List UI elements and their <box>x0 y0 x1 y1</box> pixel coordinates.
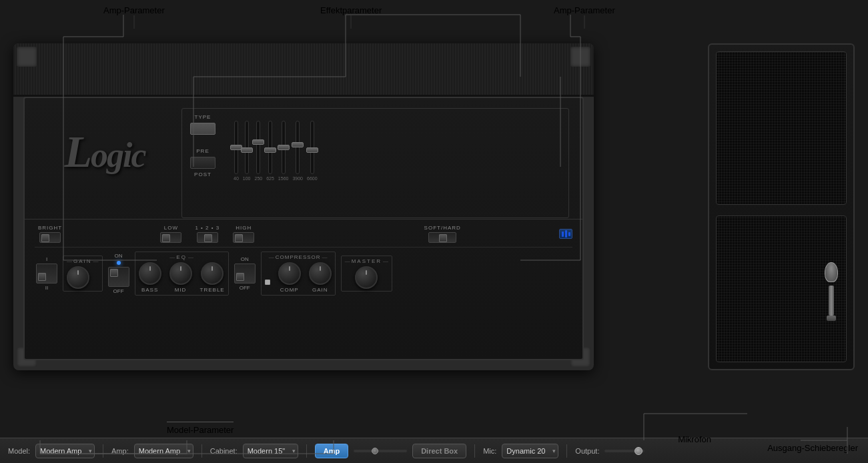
eq-switch-thumb <box>110 269 118 277</box>
led-indicator <box>559 229 572 239</box>
high-control: HIGH <box>233 225 254 243</box>
channel-123-switch[interactable] <box>197 232 218 243</box>
eq-slider-40hz: 40 <box>234 121 239 181</box>
mid-label: MID <box>175 287 187 293</box>
master-label: MASTER <box>352 258 382 264</box>
output-label: Output: <box>575 447 599 455</box>
eq-sliders-container: 40 100 <box>230 114 560 181</box>
low-label: LOW <box>164 225 178 231</box>
annotation-ausgang: Ausgang-Schieberegler <box>767 443 858 453</box>
amp-face-panel: LLogicogic TYPE PRE POST <box>23 97 584 360</box>
separator-2 <box>201 444 202 458</box>
eq-slider-250hz: 250 <box>254 121 262 181</box>
comp-label: COMP <box>280 287 299 293</box>
eq-on-label: ON <box>115 253 123 259</box>
mic-connector <box>827 316 836 321</box>
soft-hard-control: SOFT/HARD <box>424 225 461 243</box>
channel-ii-label: II <box>45 285 48 291</box>
output-slider-thumb <box>634 447 642 455</box>
mid-knob[interactable] <box>169 262 192 285</box>
eq-slider-thumb-250[interactable] <box>252 139 264 145</box>
bright-switch[interactable] <box>39 232 61 243</box>
eq-slider-thumb-100[interactable] <box>241 147 253 153</box>
post-label: POST <box>190 171 215 177</box>
bass-knob[interactable] <box>139 262 161 285</box>
mic-head <box>825 262 838 282</box>
eq-label: EQ <box>176 254 187 260</box>
comp-led <box>265 280 270 285</box>
eq-slider-track-625[interactable] <box>268 121 272 174</box>
cabinet-speaker-top <box>716 51 847 205</box>
comp-on-label: ON <box>241 256 249 262</box>
eq-slider-thumb-1560[interactable] <box>278 145 290 150</box>
eq-freq-label-3900: 3900 <box>292 176 303 181</box>
eq-slider-thumb-625[interactable] <box>264 147 276 153</box>
eq-slider-track-40[interactable] <box>234 121 238 174</box>
led-bar-1 <box>562 232 564 237</box>
type-label: TYPE <box>190 114 215 120</box>
cabinet-select[interactable]: Modern 15" <box>243 444 298 458</box>
pre-toggle-btn[interactable] <box>190 157 215 169</box>
channel-i-label: I <box>46 256 47 262</box>
eq-slider-thumb-3900[interactable] <box>292 142 304 147</box>
low-switch[interactable] <box>160 232 181 243</box>
top-annotations: Amp-Parameter Effektparameter Amp-Parame… <box>0 0 868 53</box>
model-select[interactable]: Modern Amp <box>35 444 95 458</box>
speaker-grille-top <box>717 52 846 204</box>
treble-label: TREBLE <box>200 287 225 293</box>
eq-slider-track-6600[interactable] <box>310 121 314 174</box>
comp-gain-knob[interactable] <box>309 262 332 285</box>
eq-slider-track-3900[interactable] <box>296 121 300 174</box>
mic-label: Mic: <box>483 447 496 455</box>
annotation-mikrofon: Mikrofon <box>678 434 711 444</box>
eq-slider-thumb-6600[interactable] <box>306 147 318 153</box>
cabinet-select-wrapper[interactable]: Modern 15" <box>243 444 298 458</box>
bass-label: BASS <box>141 287 158 293</box>
eq-slider-625hz: 625 <box>266 121 274 181</box>
soft-hard-switch[interactable] <box>428 232 456 243</box>
type-toggle-btn[interactable] <box>190 123 215 135</box>
eq-slider-track-250[interactable] <box>256 121 260 174</box>
gain-knob[interactable] <box>67 266 89 289</box>
master-knob-group <box>345 266 388 289</box>
comp-off-label: OFF <box>240 285 250 291</box>
master-knob[interactable] <box>355 266 378 289</box>
mic-select-wrapper[interactable]: Dynamic 20 <box>502 444 558 458</box>
comp-switch[interactable] <box>234 264 256 284</box>
high-switch[interactable] <box>233 232 254 243</box>
channel-123-control: 1 • 2 • 3 <box>195 225 220 243</box>
led-bar-2 <box>565 230 567 238</box>
mic-select[interactable]: Dynamic 20 <box>502 444 558 458</box>
treble-knob[interactable] <box>201 262 224 285</box>
channel-switch[interactable] <box>36 264 57 284</box>
cabinet-label: Cabinet: <box>210 447 238 455</box>
direct-box-button[interactable]: Direct Box <box>412 444 466 458</box>
amp-select-wrapper[interactable]: Modern Amp <box>134 444 193 458</box>
eq-freq-label-250: 250 <box>254 176 262 181</box>
amp-main: LLogicogic TYPE PRE POST <box>13 43 594 370</box>
treble-knob-group: TREBLE <box>200 262 225 293</box>
eq-slider-100hz: 100 <box>243 121 251 181</box>
bottom-controls-area: BRIGHT LOW 1 • 2 • 3 <box>25 219 582 359</box>
comp-knob[interactable] <box>278 262 301 285</box>
amp-label: Amp: <box>111 447 129 455</box>
gain-label: GAIN <box>73 258 92 264</box>
eq-slider-track-100[interactable] <box>245 121 249 174</box>
eq-on-dot <box>117 261 121 265</box>
eq-slider-track-1560[interactable] <box>282 121 286 174</box>
bright-control: BRIGHT <box>38 225 62 243</box>
led-bar-3 <box>568 232 570 236</box>
bottom-toolbar: Model: Modern Amp Amp: Modern Amp Cabine… <box>0 438 868 463</box>
compressor-section: — COMPRESSOR — COMP GAIN <box>261 252 336 296</box>
bright-label: BRIGHT <box>38 225 62 231</box>
amp-select[interactable]: Modern Amp <box>134 444 193 458</box>
annotation-effektparameter: Effektparameter <box>320 5 382 15</box>
eq-controls-section: — EQ — BASS MID <box>135 252 229 296</box>
amp-direct-slider[interactable] <box>354 450 407 452</box>
model-select-wrapper[interactable]: Modern Amp <box>35 444 95 458</box>
separator-5 <box>566 444 567 458</box>
amp-button[interactable]: Amp <box>315 444 348 458</box>
eq-switch[interactable] <box>108 267 129 287</box>
output-slider[interactable] <box>604 450 644 452</box>
eq-freq-label-100: 100 <box>243 176 251 181</box>
